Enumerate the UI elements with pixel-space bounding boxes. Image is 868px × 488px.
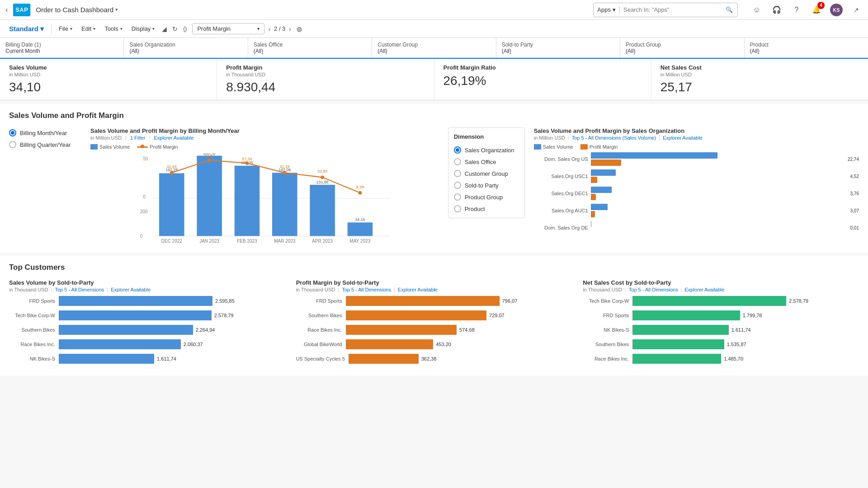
- dimension-radio-group: Sales OrganizationSales OfficeCustomer G…: [454, 145, 519, 212]
- timer-icon[interactable]: ◍: [295, 23, 304, 34]
- chart2-explorer-link[interactable]: Explorer Available: [663, 135, 703, 141]
- tc-chart2: Profit Margin by Sold-to-Party in Thousa…: [296, 279, 572, 368]
- tc3-top-link[interactable]: Top 5 - All Dimensions: [629, 287, 678, 292]
- svg-point-12: [170, 171, 174, 174]
- filter-item-billing-date-(1)[interactable]: Billing Date (1)Current Month: [0, 38, 124, 58]
- tc-chart2-title: Profit Margin by Sold-to-Party: [296, 279, 572, 286]
- svg-text:MAR 2023: MAR 2023: [274, 239, 296, 244]
- svg-point-14: [245, 161, 249, 165]
- filter-item-sales-organization[interactable]: Sales Organization(All): [124, 38, 248, 58]
- top-customers-section: Top Customers Sales Volume by Sold-to-Pa…: [0, 256, 868, 375]
- back-arrow[interactable]: ‹: [5, 6, 8, 14]
- chart2-panel: Sales Volume and Profit Margin by Sales …: [534, 127, 859, 235]
- svg-point-16: [321, 175, 324, 179]
- question-icon[interactable]: ?: [790, 4, 803, 16]
- bell-icon[interactable]: 🔔 4: [810, 4, 823, 16]
- dimension-radio-2[interactable]: Customer Group: [454, 170, 519, 177]
- legend-sales-volume: Sales Volume: [90, 144, 130, 150]
- divider1: [51, 23, 52, 34]
- list-item: Tech Bike Corp-W 2.578,79: [9, 310, 285, 320]
- svg-text:200: 200: [140, 209, 148, 214]
- filter-item-product[interactable]: Product(All): [745, 38, 868, 58]
- tc2-top-link[interactable]: Top 5 - All Dimensions: [342, 287, 391, 292]
- dimension-radio-5[interactable]: Product: [454, 205, 519, 212]
- radio-0[interactable]: Billing Month/Year: [9, 129, 81, 136]
- shell-bar2: Standard ▾ File ▾ Edit ▾ Tools ▾ Display…: [0, 20, 868, 38]
- svg-text:APR 2023: APR 2023: [312, 239, 333, 244]
- kpi-card-sales-volume: Sales Volume in Million USD 34,10: [0, 59, 217, 100]
- search-input[interactable]: [623, 6, 723, 13]
- dimension-radio-0[interactable]: Sales Organization: [454, 146, 519, 154]
- file-menu[interactable]: File ▾: [55, 23, 76, 34]
- top-nav: ‹ SAP Order to Cash Dashboard ▾ Apps ▾ 🔍…: [0, 0, 868, 20]
- refresh-icon[interactable]: ↻: [170, 23, 179, 34]
- list-item: NK Bikes-S 1.611,74: [9, 354, 285, 364]
- tc-chart2-bars: FRD Sports 796,07 Southern Bikes 729,07 …: [296, 296, 572, 364]
- svg-text:131,86: 131,86: [316, 180, 329, 184]
- tc-chart1-bars: FRD Sports 2.595,85 Tech Bike Corp-W 2.5…: [9, 296, 285, 364]
- filter-icon[interactable]: ◢: [160, 23, 169, 34]
- edit-menu[interactable]: Edit ▾: [78, 23, 99, 34]
- tc1-explorer-link[interactable]: Explorer Available: [111, 287, 151, 292]
- svg-text:DEC 2022: DEC 2022: [161, 239, 183, 244]
- tc-chart3-title: Net Sales Cost by Sold-to-Party: [583, 279, 859, 286]
- sales-section: Sales Volume and Profit Margin Billing M…: [0, 104, 868, 252]
- filter-item-customer-group[interactable]: Customer Group(All): [372, 38, 496, 58]
- dimension-radio-4[interactable]: Product Group: [454, 193, 519, 201]
- filter-item-product-group[interactable]: Product Group(All): [620, 38, 744, 58]
- chart1-subtitle: in Million USD | 1 Filter | Explorer Ava…: [90, 135, 439, 141]
- chart2-legend: Sales Volume Profit Margin: [534, 144, 859, 150]
- filter-item-sold-to-party[interactable]: Sold-to Party(All): [496, 38, 620, 58]
- tc1-top-link[interactable]: Top 5 - All Dimensions: [55, 287, 104, 292]
- standard-btn[interactable]: Standard ▾: [5, 23, 47, 35]
- headset-icon[interactable]: 🎧: [770, 4, 783, 16]
- dimension-radio-3[interactable]: Sold-to Party: [454, 182, 519, 189]
- bar-feb23: [235, 166, 260, 236]
- svg-text:34,15: 34,15: [355, 217, 365, 222]
- code-icon[interactable]: {}: [181, 24, 189, 34]
- tc3-explorer-link[interactable]: Explorer Available: [685, 287, 725, 292]
- list-item: Tech Bike Corp-W 2.578,79: [583, 296, 859, 306]
- list-item: FRD Sports 1.799,78: [583, 310, 859, 320]
- tc-chart1: Sales Volume by Sold-to-Party in Thousan…: [9, 279, 285, 368]
- share-icon[interactable]: ↗: [850, 4, 863, 16]
- apps-dropdown[interactable]: Apps ▾: [594, 6, 620, 13]
- list-item: NK Bikes-S 1.611,74: [583, 325, 859, 335]
- app-title-chevron[interactable]: ▾: [115, 7, 118, 13]
- svg-point-17: [359, 191, 362, 195]
- person-icon[interactable]: ☺: [750, 4, 763, 16]
- svg-text:33,85: 33,85: [317, 169, 327, 174]
- next-page[interactable]: ›: [287, 24, 293, 33]
- dimension-radio-1[interactable]: Sales Office: [454, 158, 519, 165]
- filter-bar: Billing Date (1)Current MonthSales Organ…: [0, 38, 868, 59]
- svg-text:0: 0: [140, 234, 143, 239]
- svg-text:8,98: 8,98: [356, 185, 364, 189]
- filter-item-sales-office[interactable]: Sales Office(All): [248, 38, 372, 58]
- list-item: Race Bikes Inc. 1.485,70: [583, 354, 859, 364]
- radio-1[interactable]: Billing Quarter/Year: [9, 141, 81, 148]
- hbar-row: Sales.Org AUC1 3,07: [534, 204, 859, 217]
- tools-menu[interactable]: Tools ▾: [101, 23, 126, 34]
- list-item: US Specialty Cycles 5 362,38: [296, 354, 572, 364]
- legend-profit-margin: Profit Margin: [137, 144, 178, 150]
- avatar[interactable]: KS: [830, 4, 843, 16]
- list-item: FRD Sports 796,07: [296, 296, 572, 306]
- sap-logo: SAP: [13, 4, 30, 16]
- svg-point-13: [208, 159, 211, 162]
- chart1-explorer-link[interactable]: Explorer Available: [154, 135, 193, 141]
- list-item: Southern Bikes 2.264,94: [9, 325, 285, 335]
- chart1-filter-link[interactable]: 1 Filter: [130, 135, 146, 141]
- list-item: FRD Sports 2.595,85: [9, 296, 285, 306]
- filter-dropdown[interactable]: Profit Margin ▾: [192, 23, 264, 34]
- combo-chart-svg: 50 0 200 0 161,28 205,70 180,25 162,: [90, 153, 439, 244]
- display-menu[interactable]: Display ▾: [128, 23, 159, 34]
- search-icon[interactable]: 🔍: [726, 6, 733, 13]
- prev-page[interactable]: ‹: [266, 24, 272, 33]
- sales-section-title: Sales Volume and Profit Margin: [9, 111, 859, 120]
- nav-icons: ☺ 🎧 ? 🔔 4 KS ↗: [750, 4, 863, 16]
- tc2-explorer-link[interactable]: Explorer Available: [398, 287, 438, 292]
- top-customers-title: Top Customers: [9, 263, 859, 272]
- chart2-top-link[interactable]: Top 5 - All Dimensions (Sales Volume): [572, 135, 656, 141]
- page-nav: ‹ 2 / 3 ›: [266, 24, 293, 33]
- svg-text:FEB 2023: FEB 2023: [237, 239, 257, 244]
